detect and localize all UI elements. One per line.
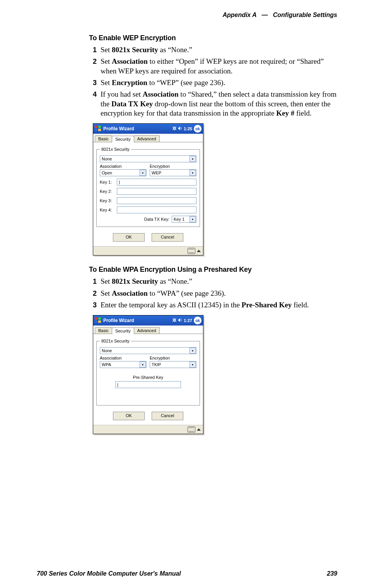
association-label: Association [100, 356, 147, 360]
titlebar: Profile Wizard 1:27 ok [93, 315, 203, 326]
system-tray: 1:27 [172, 318, 192, 323]
panel-security: 8021x Security None▾ Association Open▾ E… [93, 142, 203, 246]
security-select[interactable]: None▾ [100, 155, 196, 162]
footer-manual-title: 700 Series Color Mobile Computer User's … [37, 570, 181, 577]
key3-input[interactable] [117, 197, 196, 204]
key1-input[interactable]: | [117, 179, 196, 186]
step-number: 4 [89, 90, 97, 99]
tab-basic[interactable]: Basic [95, 327, 112, 334]
group-8021x: 8021x Security None▾ Association WPA▾ En… [96, 339, 200, 406]
association-label: Association [100, 164, 147, 169]
wep-step-3: 3 Set Encryption to “WEP” (see page 236)… [89, 78, 337, 87]
wpa-step-3: 3 Enter the temporal key as ASCII (12345… [89, 300, 337, 310]
wpa-step-1: 1 Set 8021x Security as “None.” [89, 277, 337, 286]
header-sep: — [261, 12, 268, 18]
step-text: Set 8021x Security as “None.” [101, 277, 337, 286]
step-number: 3 [89, 301, 97, 310]
datatxkey-select[interactable]: Key 1▾ [172, 216, 196, 223]
group-legend: 8021x Security [100, 339, 131, 343]
step-number: 1 [89, 46, 97, 55]
key4-label: Key 4: [100, 208, 117, 212]
step-text: Set Encryption to “WEP” (see page 236). [101, 78, 337, 87]
sip-bar [93, 246, 203, 255]
header-appendix: Appendix A [222, 12, 256, 18]
chevron-down-icon: ▾ [190, 170, 196, 176]
wpa-heading: To Enable WPA Encryption Using a Preshar… [89, 266, 337, 274]
sip-up-icon[interactable] [197, 428, 201, 431]
association-select[interactable]: WPA▾ [100, 361, 147, 368]
keyboard-icon[interactable] [188, 248, 195, 254]
chevron-down-icon: ▾ [140, 361, 146, 368]
page: Appendix A — Configurable Settings To En… [0, 0, 374, 588]
wep-step-2: 2 Set Association to either “Open” if WE… [89, 57, 337, 76]
tab-security[interactable]: Security [112, 327, 134, 334]
keyboard-icon[interactable] [188, 426, 195, 433]
datatxkey-label: Data TX Key: [144, 217, 169, 222]
ok-button[interactable]: OK [113, 233, 145, 242]
wpa-steps: 1 Set 8021x Security as “None.” 2 Set As… [89, 277, 337, 310]
psk-label: Pre-Shared Key [100, 375, 196, 380]
sip-bar [93, 425, 203, 434]
cancel-button[interactable]: Cancel [152, 412, 183, 420]
tab-security[interactable]: Security [112, 136, 134, 142]
key3-label: Key 3: [100, 198, 117, 203]
step-text: Set Association to either “Open” if WEP … [101, 57, 337, 76]
key2-label: Key 2: [100, 189, 117, 194]
system-tray: 1:25 [172, 126, 192, 131]
page-footer: 700 Series Color Mobile Computer User's … [37, 570, 337, 577]
ok-button[interactable]: OK [113, 412, 145, 420]
step-text: If you had set Association to “Shared,” … [101, 90, 337, 118]
sip-up-icon[interactable] [197, 250, 201, 252]
cancel-button[interactable]: Cancel [152, 233, 183, 242]
clock[interactable]: 1:27 [184, 318, 192, 323]
key1-label: Key 1: [100, 180, 117, 184]
encryption-label: Encryption [150, 164, 196, 169]
encryption-label: Encryption [150, 356, 196, 360]
tab-basic[interactable]: Basic [95, 135, 112, 142]
chevron-down-icon: ▾ [190, 156, 196, 162]
wep-heading: To Enable WEP Encryption [89, 34, 337, 42]
screenshot-wep: Profile Wizard 1:25 ok Basic Security Ad… [93, 123, 203, 256]
volume-icon[interactable] [178, 126, 183, 131]
key2-input[interactable] [117, 188, 196, 195]
security-select[interactable]: None▾ [100, 347, 196, 354]
encryption-select[interactable]: TKIP▾ [150, 361, 196, 368]
connectivity-icon[interactable] [172, 126, 177, 131]
titlebar: Profile Wizard 1:25 ok [93, 124, 203, 134]
ok-button[interactable]: ok [194, 125, 202, 133]
footer-page-number: 239 [327, 570, 337, 577]
step-text: Enter the temporal key as ASCII (12345) … [101, 300, 337, 310]
wpa-step-2: 2 Set Association to “WPA” (see page 236… [89, 289, 337, 298]
tab-row: Basic Security Advanced [93, 134, 203, 142]
wep-step-1: 1 Set 8021x Security as “None.” [89, 45, 337, 55]
step-text: Set 8021x Security as “None.” [101, 45, 337, 55]
tab-advanced[interactable]: Advanced [134, 135, 160, 142]
clock[interactable]: 1:25 [184, 126, 192, 131]
step-number: 1 [89, 277, 97, 286]
chevron-down-icon: ▾ [190, 216, 196, 222]
start-icon[interactable] [95, 126, 102, 132]
ok-button[interactable]: ok [194, 317, 202, 324]
start-icon[interactable] [95, 317, 102, 324]
psk-input[interactable]: | [115, 381, 181, 388]
key4-input[interactable] [117, 206, 196, 213]
header-title: Configurable Settings [273, 12, 337, 18]
tab-advanced[interactable]: Advanced [134, 327, 160, 334]
volume-icon[interactable] [178, 318, 183, 323]
encryption-select[interactable]: WEP▾ [150, 169, 196, 176]
step-text: Set Association to “WPA” (see page 236). [101, 289, 337, 298]
step-number: 2 [89, 57, 97, 66]
panel-security: 8021x Security None▾ Association WPA▾ En… [93, 334, 203, 425]
wep-step-4: 4 If you had set Association to “Shared,… [89, 90, 337, 118]
tab-row: Basic Security Advanced [93, 326, 203, 334]
screenshot-wpa: Profile Wizard 1:27 ok Basic Security Ad… [93, 315, 203, 434]
chevron-down-icon: ▾ [140, 170, 146, 176]
step-number: 2 [89, 289, 97, 298]
window-title: Profile Wizard [103, 126, 171, 131]
wep-steps: 1 Set 8021x Security as “None.” 2 Set As… [89, 45, 337, 118]
chevron-down-icon: ▾ [190, 348, 196, 354]
running-header: Appendix A — Configurable Settings [89, 12, 337, 19]
step-number: 3 [89, 78, 97, 87]
connectivity-icon[interactable] [172, 318, 177, 323]
association-select[interactable]: Open▾ [100, 169, 147, 176]
